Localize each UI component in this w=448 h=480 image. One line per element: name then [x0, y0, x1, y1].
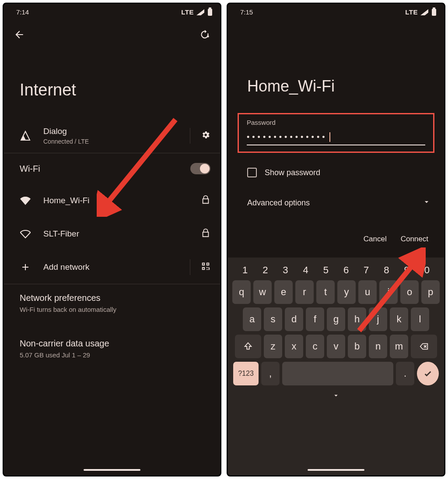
- wifi-full-icon: [20, 195, 31, 206]
- keyboard-row-3: z x c v b n m: [230, 335, 442, 358]
- wifi-section-header: Wi-Fi: [4, 153, 220, 184]
- symbols-key[interactable]: ?123: [233, 362, 259, 385]
- advanced-label: Advanced options: [247, 198, 310, 208]
- wifi-network-home[interactable]: Home_Wi-Fi: [4, 184, 220, 217]
- key-3[interactable]: 3: [283, 265, 288, 276]
- key-7[interactable]: 7: [364, 265, 369, 276]
- key-w[interactable]: w: [253, 280, 272, 304]
- password-input[interactable]: •••••••••••••••: [247, 132, 425, 145]
- key-j[interactable]: j: [369, 307, 387, 331]
- key-h[interactable]: h: [348, 307, 366, 331]
- key-x[interactable]: x: [285, 335, 303, 358]
- password-label: Password: [247, 119, 425, 126]
- key-0[interactable]: 0: [424, 265, 430, 276]
- wifi-section-label: Wi-Fi: [20, 164, 40, 174]
- signal-icon: [196, 9, 204, 15]
- key-y[interactable]: y: [337, 280, 356, 304]
- key-c[interactable]: c: [306, 335, 324, 358]
- collapse-keyboard-button[interactable]: [230, 389, 442, 402]
- key-5[interactable]: 5: [323, 265, 329, 276]
- wifi-outline-icon: [20, 229, 31, 239]
- qr-scan-icon[interactable]: [201, 261, 210, 273]
- dialog-title: Home_Wi-Fi: [228, 18, 444, 109]
- soft-keyboard: 1 2 3 4 5 6 7 8 9 0 q w e r t y u i o p …: [228, 258, 444, 475]
- show-password-row[interactable]: Show password: [228, 153, 444, 189]
- wifi-ssid: SLT-Fiber: [43, 229, 189, 239]
- key-t[interactable]: t: [316, 280, 335, 304]
- phone-left-internet-settings: 7:14 LTE Internet Dialog Connected / LTE: [3, 3, 221, 476]
- text-cursor: [329, 132, 330, 142]
- key-i[interactable]: i: [379, 280, 398, 304]
- carrier-name: Dialog: [43, 127, 178, 136]
- gesture-handle[interactable]: [308, 469, 364, 471]
- toolbar: [4, 18, 220, 46]
- dialog-actions: Cancel Connect: [228, 217, 444, 244]
- key-9[interactable]: 9: [404, 265, 409, 276]
- key-4[interactable]: 4: [303, 265, 308, 276]
- status-time: 7:14: [16, 8, 29, 16]
- key-q[interactable]: q: [232, 280, 251, 304]
- space-key[interactable]: [282, 362, 393, 385]
- key-e[interactable]: e: [274, 280, 293, 304]
- keyboard-number-row: 1 2 3 4 5 6 7 8 9 0: [230, 262, 442, 280]
- key-v[interactable]: v: [327, 335, 345, 358]
- reset-settings-button[interactable]: [199, 29, 210, 42]
- carrier-row[interactable]: Dialog Connected / LTE: [4, 119, 220, 153]
- keyboard-row-bottom: ?123 , .: [230, 362, 442, 385]
- key-1[interactable]: 1: [242, 265, 248, 276]
- password-field-highlight: Password •••••••••••••••: [238, 113, 434, 153]
- usage-subtitle: 5.07 GB used Jul 1 – 29: [20, 351, 204, 359]
- status-right: LTE: [181, 8, 212, 16]
- connect-button[interactable]: Connect: [401, 235, 428, 244]
- key-b[interactable]: b: [348, 335, 366, 358]
- back-button[interactable]: [14, 29, 25, 42]
- advanced-options-row[interactable]: Advanced options: [228, 189, 444, 217]
- gear-icon[interactable]: [201, 130, 210, 141]
- key-k[interactable]: k: [390, 307, 408, 331]
- battery-icon: [208, 9, 212, 16]
- period-key[interactable]: .: [396, 362, 414, 385]
- key-r[interactable]: r: [295, 280, 314, 304]
- status-bar: 7:15 LTE: [228, 4, 444, 18]
- keyboard-row-1: q w e r t y u i o p: [230, 280, 442, 304]
- carrier-subtitle: Connected / LTE: [43, 138, 178, 145]
- wifi-network-slt[interactable]: SLT-Fiber: [4, 217, 220, 251]
- key-8[interactable]: 8: [384, 265, 389, 276]
- add-network-row[interactable]: Add network: [4, 251, 220, 284]
- key-f[interactable]: f: [306, 307, 324, 331]
- status-network-label: LTE: [181, 8, 194, 16]
- password-value: •••••••••••••••: [247, 133, 328, 142]
- svg-point-0: [207, 35, 209, 38]
- key-2[interactable]: 2: [262, 265, 268, 276]
- backspace-key[interactable]: [411, 335, 437, 358]
- key-u[interactable]: u: [358, 280, 377, 304]
- cancel-button[interactable]: Cancel: [364, 235, 387, 244]
- key-m[interactable]: m: [390, 335, 408, 358]
- key-o[interactable]: o: [400, 280, 419, 304]
- key-6[interactable]: 6: [343, 265, 349, 276]
- status-time: 7:15: [240, 8, 253, 16]
- wifi-ssid: Home_Wi-Fi: [43, 196, 189, 205]
- gesture-handle[interactable]: [84, 469, 140, 471]
- keyboard-row-2: a s d f g h j k l: [230, 307, 442, 331]
- key-a[interactable]: a: [243, 307, 261, 331]
- key-z[interactable]: z: [264, 335, 282, 358]
- data-usage-row[interactable]: Non-carrier data usage 5.07 GB used Jul …: [4, 330, 220, 367]
- divider: [190, 259, 190, 275]
- key-g[interactable]: g: [327, 307, 345, 331]
- comma-key[interactable]: ,: [261, 362, 280, 385]
- shift-key[interactable]: [235, 335, 261, 358]
- enter-key[interactable]: [417, 362, 439, 385]
- chevron-down-icon: [422, 198, 431, 208]
- status-network-label: LTE: [405, 8, 418, 16]
- key-n[interactable]: n: [369, 335, 387, 358]
- signal-icon: [420, 9, 428, 15]
- key-s[interactable]: s: [264, 307, 282, 331]
- key-d[interactable]: d: [285, 307, 303, 331]
- wifi-toggle[interactable]: [190, 163, 210, 174]
- checkbox-unchecked-icon[interactable]: [247, 168, 257, 177]
- key-l[interactable]: l: [411, 307, 429, 331]
- network-preferences-row[interactable]: Network preferences Wi-Fi turns back on …: [4, 284, 220, 322]
- key-p[interactable]: p: [421, 280, 440, 304]
- status-bar: 7:14 LTE: [4, 4, 220, 18]
